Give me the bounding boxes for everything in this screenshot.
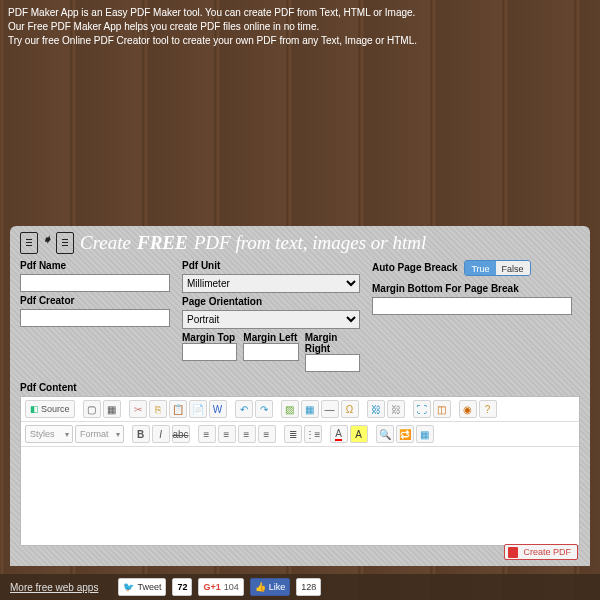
maximize-icon[interactable]: ⛶ <box>413 400 431 418</box>
label-margin-right: Margin Right <box>305 332 338 354</box>
header-free: FREE <box>137 232 188 254</box>
toggle-true[interactable]: True <box>465 261 495 275</box>
main-panel: ➧ Create FREE PDF from text, images or h… <box>10 226 590 566</box>
blocks-icon[interactable]: ◫ <box>433 400 451 418</box>
auto-page-break-row: Auto Page Breack True False <box>372 260 572 276</box>
svg-rect-1 <box>26 242 32 243</box>
editor-toolbar-1: ◧Source ▢ ▦ ✂ ⎘ 📋 📄 W ↶ ↷ ▨ ▦ — Ω ⛓ ⛓ ⛶ … <box>21 397 579 422</box>
intro-text: PDF Maker App is an Easy PDF Maker tool.… <box>8 6 417 48</box>
select-pdf-unit[interactable]: Millimeter <box>182 274 360 293</box>
svg-rect-2 <box>26 245 32 246</box>
help-icon[interactable]: ? <box>479 400 497 418</box>
label-pdf-creator: Pdf Creator <box>20 295 170 306</box>
label-page-orientation: Page Orientation <box>182 296 360 307</box>
bullet-list-icon[interactable]: ⋮≡ <box>304 425 322 443</box>
gplus-button[interactable]: G+1104 <box>198 578 243 596</box>
align-right-icon[interactable]: ≡ <box>238 425 256 443</box>
form-col-2: Pdf Unit Millimeter Page Orientation Por… <box>182 260 360 372</box>
form-col-1: Pdf Name Pdf Creator <box>20 260 170 372</box>
label-margin-top: Margin Top <box>182 332 235 343</box>
unlink-icon[interactable]: ⛓ <box>387 400 405 418</box>
format-select[interactable]: Format <box>75 425 124 443</box>
toggle-false[interactable]: False <box>496 261 530 275</box>
source-button[interactable]: ◧Source <box>25 400 75 418</box>
editor-toolbar-2: Styles Format B I abc ≡ ≡ ≡ ≡ ≣ ⋮≡ A A 🔍… <box>21 422 579 447</box>
numbered-list-icon[interactable]: ≣ <box>284 425 302 443</box>
margin-row: Margin Top Margin Left Margin Right <box>182 332 360 372</box>
editor-body[interactable] <box>21 447 579 545</box>
label-margin-left: Margin Left <box>243 332 297 343</box>
svg-rect-5 <box>62 245 68 246</box>
document-icon <box>20 232 38 254</box>
redo-icon[interactable]: ↷ <box>255 400 273 418</box>
input-margin-right[interactable] <box>305 354 360 372</box>
label-pdf-unit: Pdf Unit <box>182 260 360 271</box>
copy-icon[interactable]: ⎘ <box>149 400 167 418</box>
preview-icon[interactable]: ▦ <box>103 400 121 418</box>
form-col-3: Auto Page Breack True False Margin Botto… <box>372 260 572 372</box>
pdf-icon <box>56 232 74 254</box>
panel-header: ➧ Create FREE PDF from text, images or h… <box>20 232 580 254</box>
new-page-icon[interactable]: ▢ <box>83 400 101 418</box>
toggle-auto-page-break[interactable]: True False <box>464 260 530 276</box>
more-apps-link[interactable]: More free web apps <box>10 582 98 593</box>
header-suffix: PDF from text, images or html <box>194 232 427 254</box>
tweet-button[interactable]: 🐦Tweet <box>118 578 166 596</box>
hr-icon[interactable]: — <box>321 400 339 418</box>
align-justify-icon[interactable]: ≡ <box>258 425 276 443</box>
paste-text-icon[interactable]: 📄 <box>189 400 207 418</box>
strike-icon[interactable]: abc <box>172 425 190 443</box>
align-left-icon[interactable]: ≡ <box>198 425 216 443</box>
styles-select[interactable]: Styles <box>25 425 73 443</box>
footer-bar: More free web apps 🐦Tweet 72 G+1104 👍Lik… <box>0 574 600 600</box>
rich-text-editor: ◧Source ▢ ▦ ✂ ⎘ 📋 📄 W ↶ ↷ ▨ ▦ — Ω ⛓ ⛓ ⛶ … <box>20 396 580 546</box>
form-row: Pdf Name Pdf Creator Pdf Unit Millimeter… <box>20 260 580 372</box>
paste-icon[interactable]: 📋 <box>169 400 187 418</box>
paste-word-icon[interactable]: W <box>209 400 227 418</box>
twitter-icon: 🐦 <box>123 582 134 592</box>
about-icon[interactable]: ◉ <box>459 400 477 418</box>
arrow-right-icon: ➧ <box>40 232 54 246</box>
select-all-icon[interactable]: ▦ <box>416 425 434 443</box>
bold-icon[interactable]: B <box>132 425 150 443</box>
label-margin-bottom: Margin Bottom For Page Break <box>372 283 572 294</box>
input-pdf-name[interactable] <box>20 274 170 292</box>
tweet-count: 72 <box>172 578 192 596</box>
svg-rect-0 <box>26 239 32 240</box>
replace-icon[interactable]: 🔁 <box>396 425 414 443</box>
fb-count: 128 <box>296 578 321 596</box>
intro-line-2: Our Free PDF Maker App helps you create … <box>8 20 417 34</box>
svg-rect-4 <box>62 242 68 243</box>
bg-color-icon[interactable]: A <box>350 425 368 443</box>
link-icon[interactable]: ⛓ <box>367 400 385 418</box>
select-page-orientation[interactable]: Portrait <box>182 310 360 329</box>
table-icon[interactable]: ▦ <box>301 400 319 418</box>
header-prefix: Create <box>80 232 131 254</box>
header-icon-group: ➧ <box>20 232 74 254</box>
image-icon[interactable]: ▨ <box>281 400 299 418</box>
input-pdf-creator[interactable] <box>20 309 170 327</box>
input-margin-bottom[interactable] <box>372 297 572 315</box>
input-margin-top[interactable] <box>182 343 237 361</box>
svg-rect-3 <box>62 239 68 240</box>
label-auto-page-break: Auto Page Breack <box>372 262 458 273</box>
cut-icon[interactable]: ✂ <box>129 400 147 418</box>
italic-icon[interactable]: I <box>152 425 170 443</box>
input-margin-left[interactable] <box>243 343 298 361</box>
intro-line-1: PDF Maker App is an Easy PDF Maker tool.… <box>8 6 417 20</box>
label-pdf-name: Pdf Name <box>20 260 170 271</box>
label-pdf-content: Pdf Content <box>20 382 580 393</box>
fb-like-button[interactable]: 👍Like <box>250 578 291 596</box>
thumbs-up-icon: 👍 <box>255 582 266 592</box>
undo-icon[interactable]: ↶ <box>235 400 253 418</box>
create-pdf-button[interactable]: Create PDF <box>504 544 578 560</box>
text-color-icon[interactable]: A <box>330 425 348 443</box>
intro-line-3: Try our free Online PDF Creator tool to … <box>8 34 417 48</box>
special-char-icon[interactable]: Ω <box>341 400 359 418</box>
align-center-icon[interactable]: ≡ <box>218 425 236 443</box>
find-icon[interactable]: 🔍 <box>376 425 394 443</box>
